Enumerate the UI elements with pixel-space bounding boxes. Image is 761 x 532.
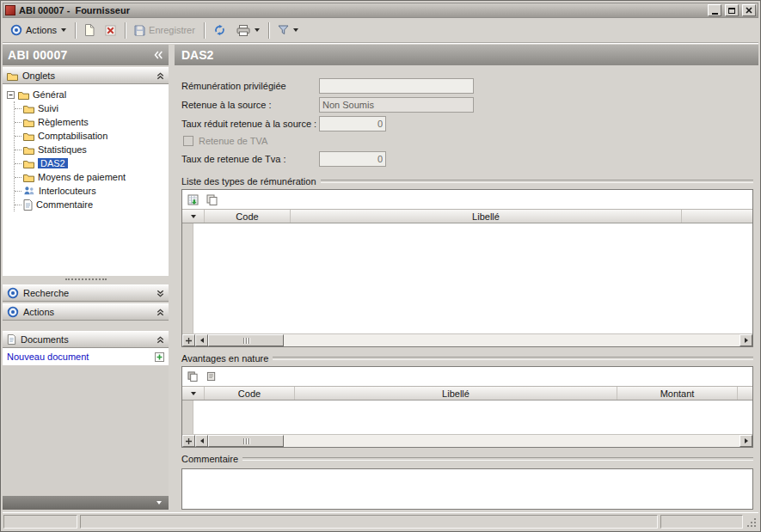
maximize-button[interactable] [725, 4, 739, 16]
row-selector-header[interactable] [182, 210, 205, 223]
filter-funnel-icon [278, 25, 289, 35]
column-header-code[interactable]: Code [205, 387, 295, 400]
printer-icon [236, 25, 250, 36]
section-label: Actions [23, 307, 152, 317]
column-header-empty [738, 387, 752, 400]
copy-button[interactable] [204, 192, 219, 207]
tree-item-das2[interactable]: DAS2 [15, 156, 167, 170]
column-header-libelle[interactable]: Libellé [295, 387, 617, 400]
scrollbar-track[interactable] [284, 435, 740, 447]
sidebar-bottom-bar[interactable] [3, 496, 169, 510]
toolbar-separator [125, 22, 126, 39]
taux-tva-input[interactable] [319, 151, 386, 167]
folder-icon [23, 131, 34, 141]
collapse-sidebar-button[interactable] [154, 51, 163, 59]
chevron-left-icon [200, 438, 204, 443]
add-row-button[interactable] [182, 334, 195, 346]
taux-tva-label: Taux de retenue de Tva : [181, 154, 319, 164]
chevron-double-down-icon [156, 290, 164, 297]
chevron-double-up-icon [156, 336, 164, 344]
add-document-button[interactable] [155, 352, 164, 362]
retenue-source-label: Retenue à la source : [181, 100, 319, 110]
grid-body [182, 401, 752, 434]
minimize-button[interactable] [708, 4, 721, 16]
app-icon [5, 5, 15, 15]
delete-cross-icon [105, 25, 116, 36]
section-label: Onglets [22, 70, 152, 81]
add-row-button[interactable] [182, 435, 195, 447]
group-label: Avantages en nature [181, 353, 268, 364]
column-header-libelle[interactable]: Libellé [291, 210, 682, 223]
tree-item-interlocuteurs[interactable]: Interlocuteurs [15, 184, 167, 198]
tree-item-label: Comptabilisation [38, 131, 107, 141]
grid-header: Code Libellé Montant [182, 386, 752, 401]
save-button[interactable]: Enregistrer [130, 22, 199, 39]
section-header-recherche[interactable]: Recherche [3, 284, 169, 302]
export-button[interactable] [185, 192, 200, 207]
new-document-button[interactable] [80, 21, 99, 39]
retenue-source-input[interactable] [319, 97, 474, 113]
bullseye-icon [10, 24, 22, 36]
tree-item-comptabilisation[interactable]: Comptabilisation [15, 129, 167, 143]
group-title-commentaire: Commentaire [181, 454, 753, 464]
close-icon [746, 7, 752, 14]
chevron-down-icon [191, 392, 196, 395]
export-button[interactable] [185, 369, 200, 384]
tree-item-moyens-de-paiement[interactable]: Moyens de paiement [15, 170, 167, 184]
tree-item-general[interactable]: Général [7, 88, 167, 101]
row-header-strip [182, 223, 193, 333]
tree-item-commentaire[interactable]: Commentaire [15, 198, 167, 211]
window-title: ABI 00007 - Fournisseur [19, 5, 704, 15]
scrollbar-thumb[interactable] [208, 435, 284, 447]
scroll-left-button[interactable] [195, 334, 208, 346]
titlebar[interactable]: ABI 00007 - Fournisseur [3, 3, 758, 18]
tree-item-reglements[interactable]: Règlements [15, 115, 167, 129]
commentaire-textarea[interactable] [181, 468, 753, 510]
plus-icon [185, 337, 193, 345]
minimize-icon [712, 13, 718, 15]
row-selector-header[interactable] [182, 387, 205, 400]
grid-toolbar [182, 190, 752, 209]
scrollbar-thumb[interactable] [208, 334, 284, 346]
maximize-icon [728, 8, 735, 14]
section-label: Documents [21, 334, 152, 345]
scrollbar-track[interactable] [284, 334, 740, 346]
taux-reduit-input[interactable] [319, 116, 386, 131]
close-button[interactable] [742, 4, 756, 16]
content-area: ABI 00007 Onglets Général Suivi [3, 45, 758, 510]
refresh-button[interactable] [209, 21, 230, 39]
delete-button[interactable] [101, 22, 120, 39]
copy-button[interactable] [204, 369, 219, 384]
new-document-link[interactable]: Nouveau document [7, 352, 89, 362]
scroll-right-button[interactable] [740, 334, 752, 346]
section-header-onglets[interactable]: Onglets [3, 67, 169, 84]
column-header-code[interactable]: Code [205, 210, 291, 223]
collapse-node-icon[interactable] [7, 91, 15, 99]
remuneration-input[interactable] [319, 78, 474, 94]
print-button[interactable] [232, 22, 264, 39]
scroll-right-button[interactable] [740, 435, 752, 447]
folder-icon [23, 159, 34, 168]
scroll-left-button[interactable] [195, 435, 208, 447]
column-header-montant[interactable]: Montant [617, 387, 738, 400]
remuneration-label: Rémunération privilégiée [181, 81, 319, 91]
filter-button[interactable] [273, 22, 303, 38]
save-label: Enregistrer [149, 25, 195, 35]
section-header-documents[interactable]: Documents [3, 331, 169, 348]
chevron-right-icon [745, 338, 748, 343]
resize-grip[interactable] [746, 515, 758, 529]
sidebar-header: ABI 00007 [3, 45, 169, 65]
splitter-handle[interactable] [3, 276, 169, 283]
section-header-actions[interactable]: Actions [3, 303, 169, 321]
sidebar-filler [3, 365, 169, 496]
tree-item-suivi[interactable]: Suivi [15, 101, 167, 115]
tree-item-label: Interlocuteurs [39, 186, 96, 196]
resize-grip-icon [746, 517, 758, 529]
column-header-empty [682, 210, 752, 223]
copy-icon [206, 194, 218, 205]
actions-menu-button[interactable]: Actions [6, 21, 71, 39]
retenue-tva-checkbox[interactable] [183, 136, 193, 146]
actions-label: Actions [26, 25, 57, 35]
tree-item-statistiques[interactable]: Statistiques [15, 143, 167, 156]
liste-types-table: Code Libellé [181, 189, 753, 347]
